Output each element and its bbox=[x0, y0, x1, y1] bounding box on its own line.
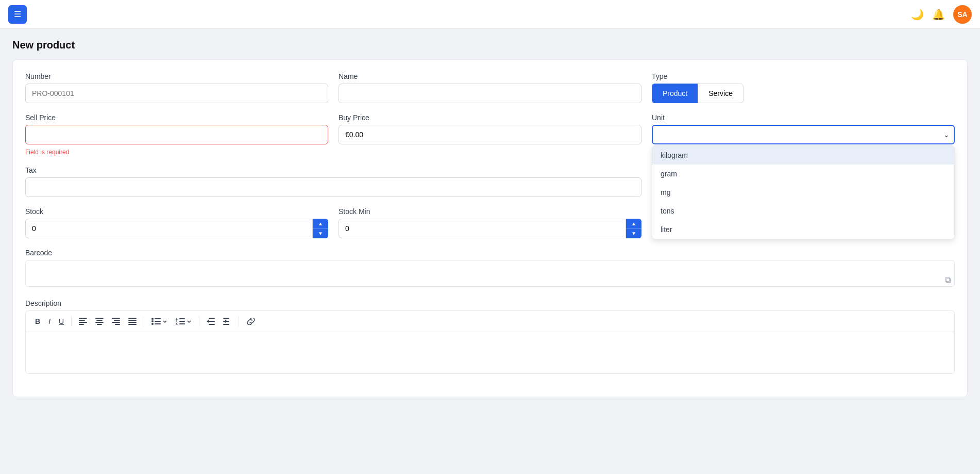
ordered-list-button[interactable]: 1.2.3. bbox=[173, 316, 195, 327]
tax-group: Tax bbox=[25, 166, 641, 197]
unit-select-wrapper: kilogram gram mg tons liter ⌄ kilogram g… bbox=[652, 125, 955, 144]
menu-button[interactable]: ☰ bbox=[8, 5, 27, 24]
align-left-button[interactable] bbox=[76, 316, 90, 327]
barcode-input[interactable] bbox=[25, 260, 955, 287]
svg-rect-13 bbox=[128, 320, 137, 321]
notifications-icon[interactable]: 🔔 bbox=[932, 8, 945, 21]
stock-min-increment-button[interactable]: ▲ bbox=[626, 219, 641, 229]
svg-rect-25 bbox=[179, 321, 185, 322]
svg-rect-9 bbox=[114, 320, 120, 321]
name-label: Name bbox=[339, 72, 641, 80]
svg-rect-0 bbox=[79, 318, 87, 319]
svg-rect-11 bbox=[115, 324, 120, 325]
svg-rect-30 bbox=[209, 324, 215, 325]
svg-rect-29 bbox=[209, 321, 215, 322]
buy-price-input[interactable] bbox=[339, 125, 641, 144]
unit-dropdown[interactable]: kilogram gram mg tons liter bbox=[652, 145, 955, 239]
description-editor: B I U bbox=[25, 310, 955, 374]
svg-rect-7 bbox=[97, 324, 102, 325]
svg-rect-12 bbox=[128, 318, 137, 319]
svg-rect-33 bbox=[223, 324, 229, 325]
stock-decrement-button[interactable]: ▼ bbox=[313, 229, 328, 239]
stock-min-label: Stock Min bbox=[339, 207, 641, 216]
align-center-button[interactable] bbox=[92, 316, 107, 327]
page-title: New product bbox=[12, 39, 968, 51]
unit-group: Unit kilogram gram mg tons liter ⌄ kilog… bbox=[652, 113, 955, 156]
barcode-wrapper: ⧉ bbox=[25, 260, 955, 289]
svg-rect-32 bbox=[223, 321, 229, 322]
number-input[interactable] bbox=[25, 84, 328, 103]
unit-select[interactable]: kilogram gram mg tons liter bbox=[652, 125, 955, 144]
type-product-button[interactable]: Product bbox=[652, 84, 698, 103]
outdent-button[interactable] bbox=[204, 316, 218, 327]
tax-input[interactable] bbox=[25, 177, 641, 197]
buy-price-label: Buy Price bbox=[339, 113, 641, 122]
buy-price-group: Buy Price bbox=[339, 113, 641, 156]
underline-button[interactable]: U bbox=[56, 315, 67, 328]
sell-price-error: Field is required bbox=[25, 149, 328, 156]
avatar[interactable]: SA bbox=[953, 5, 972, 24]
stock-min-input[interactable] bbox=[339, 219, 626, 238]
svg-rect-23 bbox=[179, 318, 185, 319]
page: New product Number Name Type Product Ser… bbox=[0, 29, 980, 407]
align-justify-button[interactable] bbox=[125, 316, 140, 327]
unit-option-liter[interactable]: liter bbox=[652, 220, 954, 239]
svg-rect-5 bbox=[96, 320, 103, 321]
svg-rect-4 bbox=[95, 318, 104, 319]
svg-text:3.: 3. bbox=[176, 322, 178, 325]
type-label: Type bbox=[652, 72, 955, 80]
dark-mode-icon[interactable]: 🌙 bbox=[911, 8, 924, 21]
svg-rect-14 bbox=[128, 322, 137, 323]
header-left: ☰ bbox=[8, 5, 27, 24]
svg-rect-10 bbox=[112, 322, 120, 323]
name-group: Name bbox=[339, 72, 641, 103]
divider-1 bbox=[71, 316, 72, 326]
unit-label: Unit bbox=[652, 113, 955, 122]
stock-min-stepper: ▲ ▼ bbox=[339, 219, 641, 238]
sell-price-input[interactable] bbox=[25, 125, 328, 144]
unit-option-gram[interactable]: gram bbox=[652, 165, 954, 183]
align-right-button[interactable] bbox=[109, 316, 123, 327]
svg-point-20 bbox=[151, 323, 154, 325]
description-group: Description B I U bbox=[25, 299, 955, 374]
unordered-list-button[interactable] bbox=[148, 316, 171, 327]
link-button[interactable] bbox=[243, 316, 259, 327]
editor-toolbar: B I U bbox=[26, 311, 954, 332]
type-service-button[interactable]: Service bbox=[698, 84, 744, 103]
name-input[interactable] bbox=[339, 84, 641, 103]
row-1: Number Name Type Product Service bbox=[25, 72, 955, 103]
unit-option-mg[interactable]: mg bbox=[652, 183, 954, 202]
barcode-label: Barcode bbox=[25, 249, 955, 257]
svg-rect-17 bbox=[155, 318, 161, 319]
header-right: 🌙 🔔 SA bbox=[911, 5, 972, 24]
svg-rect-15 bbox=[128, 324, 137, 325]
number-label: Number bbox=[25, 72, 328, 80]
svg-rect-3 bbox=[79, 324, 84, 325]
stock-input[interactable] bbox=[25, 219, 313, 238]
svg-rect-8 bbox=[112, 318, 120, 319]
description-content[interactable] bbox=[26, 332, 954, 373]
svg-rect-21 bbox=[155, 323, 161, 324]
number-group: Number bbox=[25, 72, 328, 103]
svg-point-16 bbox=[151, 318, 154, 320]
description-row: Description B I U bbox=[25, 299, 955, 374]
bold-button[interactable]: B bbox=[32, 315, 43, 328]
italic-button[interactable]: I bbox=[45, 315, 54, 328]
barcode-row: Barcode ⧉ bbox=[25, 249, 955, 289]
divider-3 bbox=[199, 316, 199, 326]
sell-price-group: Sell Price Field is required bbox=[25, 113, 328, 156]
stock-min-decrement-button[interactable]: ▼ bbox=[626, 229, 641, 239]
header: ☰ 🌙 🔔 SA bbox=[0, 0, 980, 29]
unit-option-tons[interactable]: tons bbox=[652, 202, 954, 220]
row-2: Sell Price Field is required Buy Price U… bbox=[25, 113, 955, 156]
type-button-group: Product Service bbox=[652, 84, 955, 103]
indent-button[interactable] bbox=[220, 316, 234, 327]
stock-increment-button[interactable]: ▲ bbox=[313, 219, 328, 229]
svg-point-18 bbox=[151, 320, 154, 322]
stock-label: Stock bbox=[25, 207, 328, 216]
stock-stepper: ▲ ▼ bbox=[25, 219, 328, 238]
divider-4 bbox=[239, 316, 239, 326]
unit-option-kilogram[interactable]: kilogram bbox=[652, 146, 954, 165]
stock-min-stepper-buttons: ▲ ▼ bbox=[626, 219, 641, 238]
svg-rect-2 bbox=[79, 322, 87, 323]
